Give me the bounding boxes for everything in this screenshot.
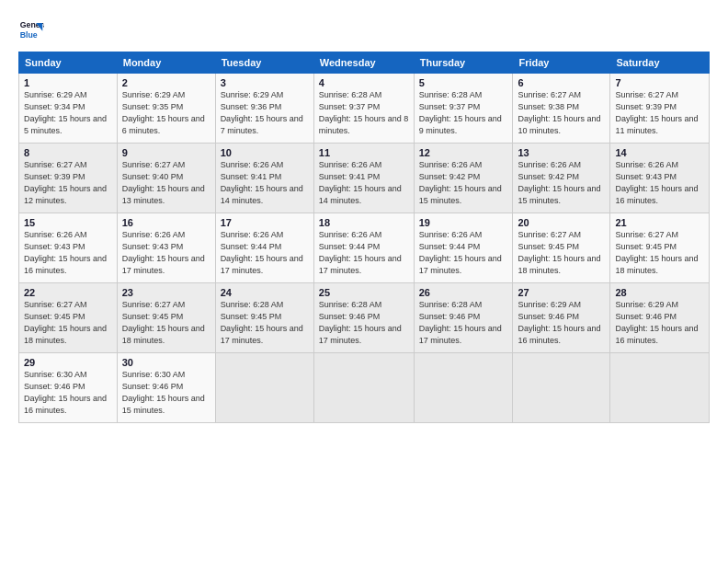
day-cell: 23Sunrise: 6:27 AMSunset: 9:45 PMDayligh…: [117, 283, 215, 353]
day-number: 24: [221, 287, 309, 298]
day-number: 9: [122, 147, 210, 158]
day-cell: [414, 353, 513, 423]
day-number: 25: [319, 287, 409, 298]
header-cell-wednesday: Wednesday: [313, 52, 414, 74]
day-cell: 20Sunrise: 6:27 AMSunset: 9:45 PMDayligh…: [513, 213, 610, 283]
day-info: Sunrise: 6:26 AMSunset: 9:43 PMDaylight:…: [122, 229, 210, 277]
day-info: Sunrise: 6:28 AMSunset: 9:37 PMDaylight:…: [319, 89, 409, 137]
header-cell-sunday: Sunday: [19, 52, 118, 74]
day-info: Sunrise: 6:29 AMSunset: 9:46 PMDaylight:…: [518, 299, 605, 347]
day-number: 29: [24, 357, 112, 368]
day-info: Sunrise: 6:29 AMSunset: 9:35 PMDaylight:…: [122, 89, 210, 137]
week-row-3: 15Sunrise: 6:26 AMSunset: 9:43 PMDayligh…: [19, 213, 710, 283]
day-cell: 11Sunrise: 6:26 AMSunset: 9:41 PMDayligh…: [313, 144, 414, 213]
day-number: 23: [122, 287, 210, 298]
day-cell: 15Sunrise: 6:26 AMSunset: 9:43 PMDayligh…: [19, 213, 118, 283]
day-number: 14: [615, 147, 704, 158]
day-cell: 7Sunrise: 6:27 AMSunset: 9:39 PMDaylight…: [610, 74, 710, 144]
day-info: Sunrise: 6:26 AMSunset: 9:44 PMDaylight:…: [221, 229, 309, 277]
day-cell: 21Sunrise: 6:27 AMSunset: 9:45 PMDayligh…: [610, 213, 710, 283]
day-cell: 25Sunrise: 6:28 AMSunset: 9:46 PMDayligh…: [313, 283, 414, 353]
day-cell: [313, 353, 414, 423]
day-info: Sunrise: 6:30 AMSunset: 9:46 PMDaylight:…: [24, 369, 112, 417]
day-cell: [215, 353, 313, 423]
week-row-2: 8Sunrise: 6:27 AMSunset: 9:39 PMDaylight…: [19, 144, 710, 213]
day-number: 20: [518, 217, 605, 228]
day-number: 16: [122, 217, 210, 228]
day-number: 17: [221, 217, 309, 228]
day-cell: [513, 353, 610, 423]
header-cell-thursday: Thursday: [414, 52, 513, 74]
day-cell: 5Sunrise: 6:28 AMSunset: 9:37 PMDaylight…: [414, 74, 513, 144]
day-cell: 16Sunrise: 6:26 AMSunset: 9:43 PMDayligh…: [117, 213, 215, 283]
header-cell-saturday: Saturday: [610, 52, 710, 74]
week-row-5: 29Sunrise: 6:30 AMSunset: 9:46 PMDayligh…: [19, 353, 710, 423]
day-cell: 13Sunrise: 6:26 AMSunset: 9:42 PMDayligh…: [513, 144, 610, 213]
day-number: 7: [615, 77, 704, 88]
day-info: Sunrise: 6:30 AMSunset: 9:46 PMDaylight:…: [122, 369, 210, 417]
week-row-4: 22Sunrise: 6:27 AMSunset: 9:45 PMDayligh…: [19, 283, 710, 353]
day-number: 4: [319, 77, 409, 88]
day-cell: 8Sunrise: 6:27 AMSunset: 9:39 PMDaylight…: [19, 144, 118, 213]
day-number: 28: [615, 287, 704, 298]
day-cell: 22Sunrise: 6:27 AMSunset: 9:45 PMDayligh…: [19, 283, 118, 353]
day-info: Sunrise: 6:27 AMSunset: 9:45 PMDaylight:…: [24, 299, 112, 347]
day-number: 18: [319, 217, 409, 228]
day-info: Sunrise: 6:26 AMSunset: 9:43 PMDaylight:…: [615, 159, 704, 207]
day-number: 30: [122, 357, 210, 368]
header-cell-friday: Friday: [513, 52, 610, 74]
day-info: Sunrise: 6:29 AMSunset: 9:36 PMDaylight:…: [221, 89, 309, 137]
day-cell: 10Sunrise: 6:26 AMSunset: 9:41 PMDayligh…: [215, 144, 313, 213]
day-number: 8: [24, 147, 112, 158]
day-cell: 4Sunrise: 6:28 AMSunset: 9:37 PMDaylight…: [313, 74, 414, 144]
day-info: Sunrise: 6:26 AMSunset: 9:42 PMDaylight:…: [419, 159, 508, 207]
day-cell: 27Sunrise: 6:29 AMSunset: 9:46 PMDayligh…: [513, 283, 610, 353]
day-number: 10: [221, 147, 309, 158]
logo-icon: General Blue: [18, 17, 44, 42]
day-cell: [610, 353, 710, 423]
svg-text:Blue: Blue: [20, 30, 38, 40]
day-cell: 17Sunrise: 6:26 AMSunset: 9:44 PMDayligh…: [215, 213, 313, 283]
day-number: 11: [319, 147, 409, 158]
day-cell: 19Sunrise: 6:26 AMSunset: 9:44 PMDayligh…: [414, 213, 513, 283]
day-number: 6: [518, 77, 605, 88]
day-info: Sunrise: 6:29 AMSunset: 9:46 PMDaylight:…: [615, 299, 704, 347]
day-info: Sunrise: 6:29 AMSunset: 9:34 PMDaylight:…: [24, 89, 112, 137]
day-cell: 12Sunrise: 6:26 AMSunset: 9:42 PMDayligh…: [414, 144, 513, 213]
day-cell: 28Sunrise: 6:29 AMSunset: 9:46 PMDayligh…: [610, 283, 710, 353]
day-number: 2: [122, 77, 210, 88]
calendar-table: SundayMondayTuesdayWednesdayThursdayFrid…: [18, 52, 710, 423]
header-cell-monday: Monday: [117, 52, 215, 74]
day-cell: 9Sunrise: 6:27 AMSunset: 9:40 PMDaylight…: [117, 144, 215, 213]
header-row: SundayMondayTuesdayWednesdayThursdayFrid…: [19, 52, 710, 74]
day-info: Sunrise: 6:28 AMSunset: 9:45 PMDaylight:…: [221, 299, 309, 347]
day-number: 3: [221, 77, 309, 88]
day-info: Sunrise: 6:26 AMSunset: 9:42 PMDaylight:…: [518, 159, 605, 207]
day-number: 5: [419, 77, 508, 88]
day-number: 19: [419, 217, 508, 228]
day-number: 22: [24, 287, 112, 298]
day-info: Sunrise: 6:26 AMSunset: 9:44 PMDaylight:…: [319, 229, 409, 277]
day-info: Sunrise: 6:27 AMSunset: 9:40 PMDaylight:…: [122, 159, 210, 207]
day-info: Sunrise: 6:26 AMSunset: 9:43 PMDaylight:…: [24, 229, 112, 277]
page-header: General Blue: [18, 17, 710, 42]
day-cell: 26Sunrise: 6:28 AMSunset: 9:46 PMDayligh…: [414, 283, 513, 353]
day-number: 27: [518, 287, 605, 298]
day-info: Sunrise: 6:26 AMSunset: 9:44 PMDaylight:…: [419, 229, 508, 277]
day-info: Sunrise: 6:27 AMSunset: 9:45 PMDaylight:…: [518, 229, 605, 277]
day-number: 13: [518, 147, 605, 158]
day-info: Sunrise: 6:27 AMSunset: 9:38 PMDaylight:…: [518, 89, 605, 137]
day-cell: 29Sunrise: 6:30 AMSunset: 9:46 PMDayligh…: [19, 353, 118, 423]
day-info: Sunrise: 6:26 AMSunset: 9:41 PMDaylight:…: [221, 159, 309, 207]
week-row-1: 1Sunrise: 6:29 AMSunset: 9:34 PMDaylight…: [19, 74, 710, 144]
day-number: 26: [419, 287, 508, 298]
day-cell: 3Sunrise: 6:29 AMSunset: 9:36 PMDaylight…: [215, 74, 313, 144]
day-cell: 1Sunrise: 6:29 AMSunset: 9:34 PMDaylight…: [19, 74, 118, 144]
day-cell: 14Sunrise: 6:26 AMSunset: 9:43 PMDayligh…: [610, 144, 710, 213]
day-info: Sunrise: 6:27 AMSunset: 9:39 PMDaylight:…: [24, 159, 112, 207]
day-number: 15: [24, 217, 112, 228]
day-info: Sunrise: 6:27 AMSunset: 9:45 PMDaylight:…: [122, 299, 210, 347]
day-info: Sunrise: 6:26 AMSunset: 9:41 PMDaylight:…: [319, 159, 409, 207]
day-cell: 6Sunrise: 6:27 AMSunset: 9:38 PMDaylight…: [513, 74, 610, 144]
day-number: 1: [24, 77, 112, 88]
